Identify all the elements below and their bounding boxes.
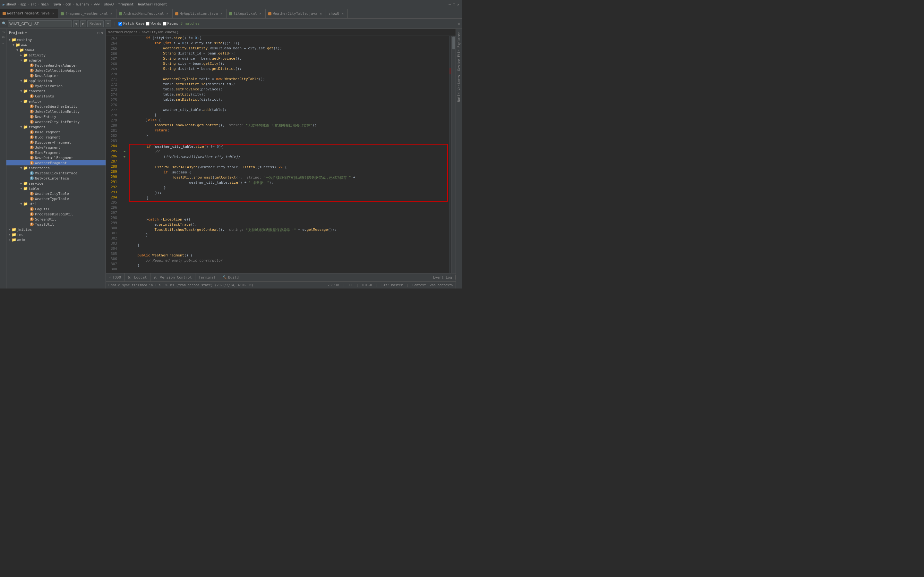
java-class-icon: C <box>29 222 34 227</box>
favorites-icon[interactable]: ★ <box>1 40 5 46</box>
tab-close-button[interactable]: ✕ <box>341 11 345 16</box>
tree-item-newsadapter[interactable]: C NewsAdapter <box>6 73 105 78</box>
tree-item-minefragment[interactable]: C MineFragment <box>6 150 105 155</box>
tree-item-activity[interactable]: ▶ 📁 activity <box>6 53 105 58</box>
search-filter-button[interactable]: ▼ <box>105 20 111 27</box>
tree-item-mushiny[interactable]: ▼ 📁 mushiny <box>6 37 105 42</box>
regex-checkbox[interactable] <box>163 22 166 26</box>
tree-item-showu[interactable]: ▼ 📁 showU <box>6 47 105 53</box>
tree-item-www[interactable]: ▼ 📁 www <box>6 42 105 47</box>
code-lines[interactable]: if (cityList.size() != 0){ for (int i = … <box>128 36 449 273</box>
search-input[interactable] <box>9 22 57 26</box>
tree-item-jnilibs[interactable]: ▶ 📁 jniLibs <box>6 227 105 232</box>
tree-item-anim[interactable]: ▶ 📁 anim <box>6 237 105 242</box>
device-file-explorer-label[interactable]: Device File Explorer <box>457 30 461 73</box>
tree-item-newsdetailfragment[interactable]: C NewsDetailFragment <box>6 155 105 160</box>
tree-item-progressdialogutil[interactable]: C ProgressDialogUtil <box>6 211 105 217</box>
java-class-icon: C <box>29 68 34 73</box>
tree-item-constants[interactable]: C Constants <box>6 93 105 99</box>
scrollbar-thumb[interactable] <box>452 37 455 49</box>
structure-icon[interactable]: S <box>1 35 5 39</box>
project-icon[interactable]: P <box>1 30 5 34</box>
tab-terminal[interactable]: Terminal <box>195 274 219 282</box>
tab-version-control[interactable]: 9: Version Control <box>150 274 195 282</box>
code-line-268: String city = bean.getCity(); <box>129 61 448 67</box>
words-option[interactable]: Words <box>145 21 161 26</box>
tree-item-networkinterface[interactable]: I NetworkInterface <box>6 176 105 181</box>
tree-item-table[interactable]: ▼ 📁 table <box>6 186 105 191</box>
tab-close-button[interactable]: ✕ <box>51 11 55 16</box>
tree-item-constant[interactable]: ▼ 📁 constant <box>6 89 105 93</box>
tab-litepal-xml[interactable]: litepal.xml ✕ <box>226 9 266 18</box>
tab-todo[interactable]: ✓ TODO <box>106 274 124 282</box>
words-checkbox[interactable] <box>145 22 150 26</box>
search-replace-button[interactable]: Replace <box>87 20 103 27</box>
settings-icon[interactable]: ⚙ <box>101 31 103 35</box>
folder-icon: 📁 <box>23 186 27 191</box>
code-line-301: } <box>129 233 448 238</box>
tree-item-discoveryfragment[interactable]: C DiscoveryFragment <box>6 140 105 145</box>
tree-item-res[interactable]: ▶ 📁 res <box>6 232 105 237</box>
tab-close-button[interactable]: ✕ <box>219 11 224 16</box>
tree-item-service[interactable]: ▶ 📁 service <box>6 181 105 186</box>
tab-weatherfragment-java[interactable]: WeatherFragment.java ✕ <box>0 9 58 18</box>
tree-item-toastutil[interactable]: C ToastUtil <box>6 222 105 227</box>
tree-item-adapter[interactable]: ▼ 📁 adapter <box>6 58 105 63</box>
tree-item-blogfragment[interactable]: C BlogFragment <box>6 135 105 140</box>
java-class-icon: C <box>29 104 34 109</box>
tree-item-util[interactable]: ▼ 📁 util <box>6 201 105 206</box>
tree-item-futureswx[interactable]: C FutureSWeatherEntity <box>6 104 105 109</box>
search-prev-button[interactable]: ◀ <box>73 20 79 27</box>
tab-build[interactable]: 🔨 Build <box>219 274 242 282</box>
tree-item-weathercitylistentity[interactable]: C WeatherCityListEntity <box>6 119 105 124</box>
tree-item-weathertypetable[interactable]: C WeatherTypeTable <box>6 196 105 201</box>
tree-item-interfaces[interactable]: ▼ 📁 interfaces <box>6 165 105 171</box>
code-line-302 <box>129 238 448 243</box>
build-variants-label[interactable]: Build Variants <box>457 73 461 104</box>
tree-item-application[interactable]: ▼ 📁 application <box>6 78 105 83</box>
tab-close-button[interactable]: ✕ <box>165 11 170 16</box>
tab-close-button[interactable]: ✕ <box>318 11 323 16</box>
tree-item-jokercollectionadapter[interactable]: C JokerCollectionAdapter <box>6 68 105 73</box>
tab-myapplication-java[interactable]: MyApplication.java ✕ <box>173 9 226 18</box>
regex-option[interactable]: Regex <box>163 21 178 26</box>
breadcrumb-file: WeatherFragment <box>108 31 137 34</box>
code-line-284: if (weather_city_table.size() != 0){ <box>129 145 447 150</box>
tab-fragment-weather-xml[interactable]: fragment_weather.xml ✕ <box>58 9 116 18</box>
match-case-option[interactable]: Match Case <box>118 21 144 26</box>
minimize-icon[interactable]: — <box>449 2 451 7</box>
tree-item-logutil[interactable]: C LogUtil <box>6 206 105 211</box>
panel-dropdown-icon[interactable]: ▼ <box>25 31 27 35</box>
tree-item-myapplication[interactable]: C MyApplication <box>6 83 105 89</box>
maximize-icon[interactable]: □ <box>453 2 455 7</box>
tab-close-button[interactable]: ✕ <box>258 11 263 16</box>
vertical-scrollbar[interactable] <box>451 36 456 273</box>
tree-item-jokefragment[interactable]: C JokeFragment <box>6 145 105 150</box>
tree-item-basefragment[interactable]: C BaseFragment <box>6 129 105 135</box>
tree-item-screenutil[interactable]: C ScreenUtil <box>6 217 105 222</box>
tab-androidmanifest-xml[interactable]: AndroidManifest.xml ✕ <box>116 9 173 18</box>
collapse-all-icon[interactable]: ⊟ <box>97 31 99 35</box>
tab-weathercitytable-java[interactable]: WeatherCityTable.java ✕ <box>266 9 326 18</box>
search-next-button[interactable]: ▶ <box>80 20 86 27</box>
tree-item-futureweatheradapter[interactable]: C FutureWeatherAdapter <box>6 63 105 68</box>
code-line-277: weather_city_table.add(table); <box>129 108 448 113</box>
tree-item-newsentity[interactable]: C NewsEntity <box>6 114 105 119</box>
event-log-button[interactable]: Event Log <box>430 276 456 279</box>
close-icon[interactable]: ✕ <box>457 2 459 7</box>
tree-item-jokercollectionentity[interactable]: C JokerCollectionEntity <box>6 109 105 114</box>
tab-close-button[interactable]: ✕ <box>109 11 113 16</box>
tree-item-entity[interactable]: ▼ 📁 entity <box>6 99 105 104</box>
tree-item-weathercitytable[interactable]: C WeatherCityTable <box>6 191 105 196</box>
tab-logcat[interactable]: 6: Logcat <box>124 274 150 282</box>
tree-item-weatherfragment[interactable]: C WeatherFragment <box>6 160 105 165</box>
search-close-button[interactable]: ✕ <box>457 21 460 26</box>
code-content-area[interactable]: 263 264 265 266 267 268 269 270 271 272 … <box>106 36 456 273</box>
tree-item-myitemclickinterface[interactable]: I MyItemClickInterface <box>6 171 105 176</box>
java-class-icon: C <box>29 161 34 165</box>
project-label: Project <box>9 31 24 35</box>
tab-showu[interactable]: showU ✕ <box>326 9 348 18</box>
match-case-checkbox[interactable] <box>118 22 122 26</box>
tree-item-fragment[interactable]: ▼ 📁 fragment <box>6 124 105 129</box>
project-tree[interactable]: ▼ 📁 mushiny ▼ 📁 www ▼ 📁 showU ▶ 📁 activi… <box>6 37 105 288</box>
